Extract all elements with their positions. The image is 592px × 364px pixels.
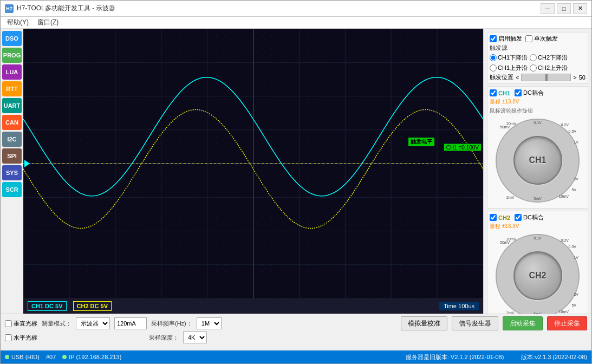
bottom-row2: 水平光标 采样深度： 4K bbox=[5, 332, 587, 343]
minimize-button[interactable]: ─ bbox=[541, 3, 555, 14]
menu-window[interactable]: 窗口(Z) bbox=[33, 17, 63, 28]
port-status: #07 bbox=[46, 354, 56, 360]
single-trigger-checkbox-label[interactable]: 单次触发 bbox=[525, 35, 558, 43]
ch2-rising-radio[interactable] bbox=[530, 64, 537, 72]
horizontal-cursor-label[interactable]: 水平光标 bbox=[5, 334, 37, 342]
trigger-section: 启用触发 单次触发 触发源 CH1下降沿 CH2下降沿 bbox=[487, 32, 588, 84]
ch2-bottom-label: CH2 DC 5V bbox=[73, 301, 112, 311]
sample-depth-select[interactable]: 4K bbox=[183, 332, 207, 343]
enable-trigger-checkbox-label[interactable]: 启用触发 bbox=[490, 35, 522, 43]
usb-status-dot bbox=[5, 355, 9, 359]
app-icon: H7 bbox=[5, 4, 14, 13]
menu-help[interactable]: 帮助(Y) bbox=[3, 17, 33, 28]
calibrate-button[interactable]: 模拟量校准 bbox=[401, 316, 447, 330]
ch1-level-arrow bbox=[24, 160, 30, 167]
trigger-enable-row: 启用触发 单次触发 bbox=[490, 35, 586, 43]
oscilloscope-area: 触发电平 CH1 =0.100V CH1 DC 5V CH2 bbox=[23, 29, 483, 314]
ch2-range-label: 量程 ±13.8V bbox=[490, 223, 586, 230]
ch1-enable-label[interactable]: CH1 bbox=[490, 89, 510, 96]
ch2-enable-label[interactable]: CH2 bbox=[490, 214, 510, 221]
ch2-rising-radio-label[interactable]: CH2上升沿 bbox=[530, 64, 568, 72]
ch2-knob[interactable]: CH2 bbox=[513, 251, 562, 300]
sample-rate-select[interactable]: 1M bbox=[197, 317, 222, 329]
stop-capture-button[interactable]: 停止采集 bbox=[547, 316, 587, 330]
title-buttons: ─ □ ✕ bbox=[541, 3, 587, 14]
ch1-knob-wrapper[interactable]: 0.1V 0.2V 0.5V 1V 2V 5V 2mV 5mV 10mV 20m… bbox=[495, 117, 581, 204]
trigger-source-label: 触发源 bbox=[490, 44, 586, 52]
ch2-falling-radio[interactable] bbox=[530, 54, 537, 61]
trigger-pos-slider[interactable] bbox=[521, 74, 571, 81]
title-left: H7 H7-TOOL多功能开发工具 - 示波器 bbox=[5, 4, 115, 13]
ch2-knob-wrapper[interactable]: 0.1V 0.2V 0.5V 1V 2V 5V 2mV 5mV 10mV 20m… bbox=[495, 232, 581, 314]
ch2-enable-checkbox[interactable] bbox=[490, 214, 497, 221]
ch1-falling-radio-label[interactable]: CH1下降沿 bbox=[490, 54, 528, 62]
ch1-dc-coupling-label[interactable]: DC耦合 bbox=[515, 89, 544, 97]
ch1-rising-radio[interactable] bbox=[490, 64, 497, 72]
sidebar-btn-prog[interactable]: PROG bbox=[2, 48, 22, 63]
sample-rate-label: 采样频率(Hz)： bbox=[151, 320, 192, 328]
enable-trigger-checkbox[interactable] bbox=[490, 35, 497, 42]
single-trigger-checkbox[interactable] bbox=[525, 35, 532, 42]
ch1-dc-coupling-checkbox[interactable] bbox=[515, 89, 522, 96]
ch1-falling-radio[interactable] bbox=[490, 54, 497, 61]
ch2-dc-coupling-checkbox[interactable] bbox=[515, 214, 522, 221]
signal-gen-button[interactable]: 信号发生器 bbox=[452, 316, 498, 330]
title-bar: H7 H7-TOOL多功能开发工具 - 示波器 ─ □ ✕ bbox=[1, 1, 591, 17]
ch1-knob[interactable]: CH1 bbox=[513, 136, 562, 185]
sidebar-btn-i2c[interactable]: I2C bbox=[2, 132, 22, 147]
maximize-button[interactable]: □ bbox=[557, 3, 571, 14]
main-window: H7 H7-TOOL多功能开发工具 - 示波器 ─ □ ✕ 帮助(Y) 窗口(Z… bbox=[0, 0, 592, 364]
start-capture-button[interactable]: 启动采集 bbox=[503, 316, 543, 330]
sidebar-btn-uart[interactable]: UART bbox=[2, 98, 22, 113]
ch1-section: CH1 DC耦合 量程 ±13.8V 鼠标滚轮操作旋钮 0.1V bbox=[487, 86, 588, 209]
close-button[interactable]: ✕ bbox=[573, 3, 587, 14]
vertical-cursor-checkbox[interactable] bbox=[5, 320, 12, 327]
current-input[interactable] bbox=[114, 317, 147, 329]
time-label: Time 100us bbox=[439, 302, 479, 310]
ch1-trigger-value-label: CH1 =0.100V bbox=[444, 144, 481, 151]
sidebar-btn-dso[interactable]: DSO bbox=[2, 31, 22, 46]
sidebar: DSO PROG LUA RTT UART CAN I2C SPI SYS SC… bbox=[1, 29, 23, 314]
ch1-bottom-label: CH1 DC 5V bbox=[28, 301, 67, 311]
vertical-cursor-label[interactable]: 垂直光标 bbox=[5, 320, 37, 328]
right-panel: 启用触发 单次触发 触发源 CH1下降沿 CH2下降沿 bbox=[483, 29, 591, 314]
sidebar-btn-spi[interactable]: SPI bbox=[2, 148, 22, 164]
ch1-knob-container: 0.1V 0.2V 0.5V 1V 2V 5V 2mV 5mV 10mV 20m… bbox=[490, 117, 586, 204]
ch1-header: CH1 DC耦合 bbox=[490, 89, 586, 97]
ch2-knob-container: 0.1V 0.2V 0.5V 1V 2V 5V 2mV 5mV 10mV 20m… bbox=[490, 232, 586, 314]
sample-depth-label: 采样深度： bbox=[149, 334, 179, 342]
measure-mode-label: 测量模式： bbox=[42, 320, 71, 328]
trigger-pos-value: 50 bbox=[579, 74, 586, 81]
sidebar-btn-sys[interactable]: SYS bbox=[2, 165, 22, 180]
scope-canvas[interactable]: 触发电平 CH1 =0.100V bbox=[23, 29, 483, 298]
server-version-label: 服务器是旧版本: V2.1.2 (2022-01-08) bbox=[406, 353, 504, 361]
sidebar-btn-lua[interactable]: LUA bbox=[2, 64, 22, 80]
ch1-knob-hint: 鼠标滚轮操作旋钮 bbox=[490, 107, 586, 115]
bottom-controls: 垂直光标 测量模式： 示波器 采样频率(Hz)： 1M 模拟量校准 信号发生器 … bbox=[1, 314, 591, 350]
ip-dot-container: IP (192.168.28.213) bbox=[62, 354, 121, 360]
ch1-range-label: 量程 ±13.8V bbox=[490, 98, 586, 106]
ch2-dc-coupling-label[interactable]: DC耦合 bbox=[515, 213, 544, 222]
window-title: H7-TOOL多功能开发工具 - 示波器 bbox=[17, 4, 115, 13]
ch2-falling-radio-label[interactable]: CH2下降沿 bbox=[530, 54, 568, 62]
scope-waveform-canvas bbox=[23, 29, 483, 298]
trigger-pos-row: 触发位置 < > 50 bbox=[490, 73, 586, 81]
horizontal-cursor-checkbox[interactable] bbox=[5, 334, 12, 341]
ch2-section: CH2 DC耦合 量程 ±13.8V 0.1V 0.2V 0.5V bbox=[487, 211, 588, 314]
trigger-source-radio-group: CH1下降沿 CH2下降沿 CH1上升沿 CH2上升沿 bbox=[490, 54, 586, 72]
status-bar: USB (HID) #07 IP (192.168.28.213) 服务器是旧版… bbox=[1, 350, 591, 363]
sidebar-btn-rtt[interactable]: RTT bbox=[2, 81, 22, 96]
sidebar-btn-scr[interactable]: SCR bbox=[2, 182, 22, 197]
trigger-level-label: 触发电平 bbox=[408, 138, 434, 146]
ch1-enable-checkbox[interactable] bbox=[490, 89, 497, 96]
bottom-row1: 垂直光标 测量模式： 示波器 采样频率(Hz)： 1M 模拟量校准 信号发生器 … bbox=[5, 316, 587, 330]
ip-status-dot bbox=[62, 355, 67, 359]
app-version-label: 版本:v2.1.3 (2022-02-08) bbox=[521, 353, 587, 361]
ch2-header: CH2 DC耦合 bbox=[490, 213, 586, 222]
measure-mode-select[interactable]: 示波器 bbox=[76, 317, 110, 329]
menu-bar: 帮助(Y) 窗口(Z) bbox=[1, 17, 591, 29]
main-content: DSO PROG LUA RTT UART CAN I2C SPI SYS SC… bbox=[1, 29, 591, 314]
ch1-rising-radio-label[interactable]: CH1上升沿 bbox=[490, 64, 528, 72]
usb-status: USB (HID) bbox=[5, 354, 40, 360]
sidebar-btn-can[interactable]: CAN bbox=[2, 115, 22, 130]
